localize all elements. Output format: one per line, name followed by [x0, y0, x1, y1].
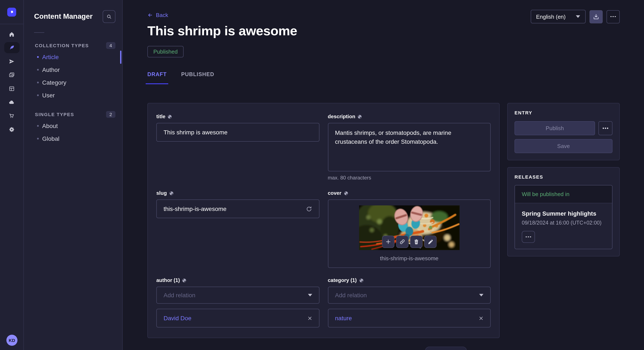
nav-settings-button[interactable] [4, 124, 20, 135]
cover-copy-link-button[interactable] [396, 236, 408, 248]
author-relation-select[interactable]: Add relation [156, 287, 319, 304]
locale-value: English (en) [536, 13, 566, 20]
home-icon [8, 31, 15, 37]
nav-content-type-builder-button[interactable] [4, 83, 20, 94]
chevron-down-icon [576, 15, 580, 18]
rail-nav [4, 28, 20, 135]
workspace-logo-wrap [0, 0, 24, 24]
nav-marketplace-button[interactable] [4, 110, 20, 121]
section-label: SINGLE TYPES [35, 112, 74, 117]
bullet-icon [37, 125, 39, 127]
sidebar-item-category[interactable]: Category [24, 76, 122, 89]
nav-content-manager-button[interactable] [4, 42, 20, 53]
release-status: Will be published in [515, 185, 612, 203]
globe-icon [359, 278, 364, 283]
nav-home-button[interactable] [4, 28, 20, 39]
regenerate-slug-button[interactable] [306, 206, 312, 212]
main-nav-rail: KD [0, 0, 24, 350]
strapi-logo-icon [9, 9, 14, 15]
back-label: Back [156, 12, 168, 18]
sidebar-item-user[interactable]: User [24, 89, 122, 102]
release-date: 09/18/2024 at 16:00 (UTC+02:00) [522, 220, 605, 226]
globe-icon [169, 191, 174, 195]
cover-add-button[interactable] [382, 236, 394, 248]
search-button[interactable] [103, 10, 116, 23]
sidebar-item-label: User [42, 92, 55, 99]
cover-edit-button[interactable] [424, 236, 436, 248]
sidebar-item-author[interactable]: Author [24, 63, 122, 76]
field-author: author (1) Add relation David Doe [156, 277, 319, 328]
entry-panel: ENTRY Publish Save [507, 103, 620, 160]
bottom-peek-button[interactable] [425, 347, 467, 350]
status-badge: Published [147, 46, 184, 57]
arrow-left-icon [147, 12, 153, 18]
cloud-icon [8, 99, 15, 105]
save-button[interactable]: Save [514, 139, 612, 153]
export-button[interactable] [590, 10, 603, 23]
slug-input[interactable]: this-shrimp-is-awesome [156, 199, 319, 218]
author-relation-link[interactable]: David Doe [164, 315, 307, 322]
sidebar-item-article[interactable]: Article [24, 51, 122, 63]
release-card: Will be published in Spring Summer highl… [514, 185, 612, 249]
refresh-icon [306, 206, 312, 212]
locale-select[interactable]: English (en) [530, 10, 586, 23]
version-tabs: DRAFT PUBLISHED [123, 71, 644, 84]
bullet-icon [37, 56, 39, 58]
feather-icon [8, 44, 15, 51]
bullet-icon [37, 69, 39, 71]
user-avatar[interactable]: KD [6, 335, 18, 346]
category-relation-link[interactable]: nature [335, 315, 479, 322]
publish-button[interactable]: Publish [514, 121, 595, 135]
author-field-label: author (1) [156, 277, 180, 283]
release-more-button[interactable] [522, 231, 535, 243]
cover-asset-card: this-shrimp-is-awesome [328, 199, 491, 268]
back-link[interactable]: Back [147, 12, 168, 18]
nav-releases-button[interactable] [4, 56, 20, 67]
category-relation-select[interactable]: Add relation [328, 287, 491, 304]
header-more-button[interactable] [606, 10, 620, 23]
category-select-placeholder: Add relation [335, 292, 479, 299]
strapi-logo[interactable] [7, 7, 16, 16]
sidebar-item-label: Global [42, 135, 60, 142]
author-select-placeholder: Add relation [164, 292, 308, 299]
releases-panel: RELEASES Will be published in Spring Sum… [507, 167, 620, 256]
more-horizontal-icon [610, 16, 616, 17]
release-name[interactable]: Spring Summer highlights [522, 210, 605, 217]
field-slug: slug this-shrimp-is-awesome [156, 190, 319, 268]
subnav-divider [34, 32, 44, 33]
cover-delete-button[interactable] [410, 236, 422, 248]
images-icon [8, 72, 15, 78]
globe-icon [357, 114, 362, 119]
cover-field-label: cover [328, 190, 342, 196]
chevron-down-icon [479, 294, 484, 296]
sidebar-item-global[interactable]: Global [24, 132, 122, 145]
gear-icon [8, 126, 15, 133]
globe-icon [344, 191, 348, 195]
sidebar-item-label: Author [42, 66, 60, 73]
tab-draft[interactable]: DRAFT [146, 71, 168, 84]
side-panels: ENTRY Publish Save RELEASES Will be publ… [507, 103, 620, 256]
single-types-section: SINGLE TYPES 2 About Global [24, 109, 122, 145]
edit-form-card: title This shrimp is awesome description [147, 103, 500, 338]
bullet-icon [37, 138, 39, 140]
title-input[interactable]: This shrimp is awesome [156, 123, 319, 142]
author-relation-item: David Doe [156, 309, 319, 328]
slug-field-label: slug [156, 190, 167, 196]
sidebar-item-label: Category [42, 79, 66, 86]
sidebar-item-label: About [42, 123, 58, 129]
page-title: This shrimp is awesome [147, 23, 620, 39]
cart-icon [8, 113, 15, 119]
subnav-scrollbar-thumb[interactable] [120, 51, 122, 64]
entry-more-button[interactable] [598, 121, 612, 135]
remove-category-relation-button[interactable] [479, 316, 484, 321]
tab-published[interactable]: PUBLISHED [180, 71, 216, 84]
nav-deploy-button[interactable] [4, 97, 20, 108]
description-textarea[interactable]: Mantis shrimps, or stomatopods, are mari… [328, 123, 491, 172]
paper-plane-icon [8, 58, 15, 64]
content-manager-subnav: Content Manager COLLECTION TYPES 4 Artic… [24, 0, 123, 350]
cover-media [359, 205, 460, 250]
entry-panel-title: ENTRY [514, 110, 612, 115]
nav-media-library-button[interactable] [4, 69, 20, 80]
remove-author-relation-button[interactable] [307, 316, 312, 321]
sidebar-item-about[interactable]: About [24, 120, 122, 132]
